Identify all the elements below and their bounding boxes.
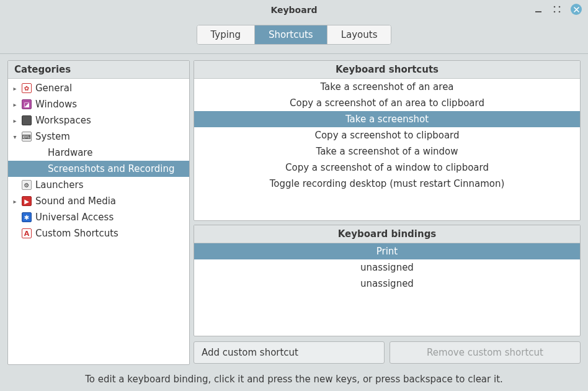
sound-icon: ▶ xyxy=(22,196,32,206)
category-label: Hardware xyxy=(48,147,92,158)
category-label: Launchers xyxy=(35,179,84,191)
close-button[interactable] xyxy=(571,4,582,15)
category-screenshots[interactable]: Screenshots and Recording xyxy=(8,161,189,177)
svg-point-2 xyxy=(559,6,561,8)
shortcut-row[interactable]: Copy a screenshot to clipboard xyxy=(194,127,580,143)
bindings-header: Keyboard bindings xyxy=(194,225,580,243)
expander-open-icon[interactable]: ▾ xyxy=(11,133,19,140)
shortcut-row[interactable]: Take a screenshot of an area xyxy=(194,79,580,95)
svg-rect-0 xyxy=(535,11,541,12)
shortcut-row[interactable]: Copy a screenshot of a window to clipboa… xyxy=(194,160,580,176)
minimize-button[interactable] xyxy=(533,4,543,14)
category-label: Screenshots and Recording xyxy=(48,163,175,174)
workspaces-icon xyxy=(22,115,32,125)
shortcut-row[interactable]: Copy a screenshot of an area to clipboar… xyxy=(194,95,580,111)
general-icon: ✿ xyxy=(22,83,32,93)
category-custom[interactable]: ACustom Shortcuts xyxy=(8,225,189,241)
svg-point-3 xyxy=(554,11,556,13)
shortcut-row[interactable]: Toggle recording desktop (must restart C… xyxy=(194,176,580,192)
category-launchers[interactable]: ⚙Launchers xyxy=(8,177,189,193)
tab-layouts[interactable]: Layouts xyxy=(327,25,391,44)
category-label: Windows xyxy=(35,99,77,110)
access-icon: ✱ xyxy=(22,212,32,222)
custom-icon: A xyxy=(22,228,32,238)
svg-point-4 xyxy=(559,11,561,13)
shortcut-row[interactable]: Take a screenshot of a window xyxy=(194,143,580,160)
system-icon: ⌨ xyxy=(22,132,32,142)
right-column: Keyboard shortcuts Take a screenshot of … xyxy=(194,60,581,365)
category-label: System xyxy=(35,131,70,142)
category-workspaces[interactable]: ▸Workspaces xyxy=(8,112,189,128)
content: Categories ▸✿General▸◪Windows▸Workspaces… xyxy=(0,54,588,369)
remove-custom-shortcut-button: Remove custom shortcut xyxy=(390,341,581,364)
bindings-list[interactable]: Printunassignedunassigned xyxy=(194,243,580,336)
keyboard-settings-window: Keyboard Typing Shortcuts Layouts Catego… xyxy=(0,0,588,391)
categories-tree[interactable]: ▸✿General▸◪Windows▸Workspaces▾⌨SystemHar… xyxy=(8,79,189,364)
expander-closed-icon[interactable]: ▸ xyxy=(11,101,19,108)
category-general[interactable]: ▸✿General xyxy=(8,80,189,96)
tab-shortcuts[interactable]: Shortcuts xyxy=(255,25,327,44)
window-title: Keyboard xyxy=(270,5,317,15)
bindings-panel: Keyboard bindings Printunassignedunassig… xyxy=(194,225,581,336)
tabs-row: Typing Shortcuts Layouts xyxy=(0,20,588,54)
shortcuts-list[interactable]: Take a screenshot of an areaCopy a scree… xyxy=(194,79,580,220)
maximize-button[interactable] xyxy=(552,4,562,14)
windows-icon: ◪ xyxy=(22,99,32,109)
category-label: Universal Access xyxy=(35,212,114,223)
expander-closed-icon[interactable]: ▸ xyxy=(11,198,19,205)
category-access[interactable]: ✱Universal Access xyxy=(8,209,189,225)
shortcuts-panel: Keyboard shortcuts Take a screenshot of … xyxy=(194,60,581,221)
category-label: Sound and Media xyxy=(35,196,116,207)
window-controls xyxy=(533,4,582,15)
category-sound[interactable]: ▸▶Sound and Media xyxy=(8,193,189,209)
categories-header: Categories xyxy=(8,61,189,79)
category-windows[interactable]: ▸◪Windows xyxy=(8,96,189,112)
launchers-icon: ⚙ xyxy=(22,180,32,190)
expander-closed-icon[interactable]: ▸ xyxy=(11,85,19,92)
category-label: Custom Shortcuts xyxy=(35,228,118,239)
shortcut-row[interactable]: Take a screenshot xyxy=(194,111,580,127)
shortcuts-header: Keyboard shortcuts xyxy=(194,61,580,79)
svg-point-1 xyxy=(554,6,556,8)
binding-row[interactable]: Print xyxy=(194,243,580,259)
add-custom-shortcut-button[interactable]: Add custom shortcut xyxy=(194,341,385,364)
category-hardware[interactable]: Hardware xyxy=(8,145,189,161)
binding-row[interactable]: unassigned xyxy=(194,276,580,292)
binding-row[interactable]: unassigned xyxy=(194,259,580,276)
expander-closed-icon[interactable]: ▸ xyxy=(11,117,19,124)
footer-hint: To edit a keyboard binding, click it and… xyxy=(0,369,588,391)
category-system[interactable]: ▾⌨System xyxy=(8,128,189,145)
tab-typing[interactable]: Typing xyxy=(197,25,255,44)
categories-panel: Categories ▸✿General▸◪Windows▸Workspaces… xyxy=(7,60,190,365)
category-label: General xyxy=(35,83,72,94)
buttons-row: Add custom shortcut Remove custom shortc… xyxy=(194,340,581,365)
category-label: Workspaces xyxy=(35,115,91,126)
tabs: Typing Shortcuts Layouts xyxy=(197,25,392,45)
titlebar: Keyboard xyxy=(0,0,588,20)
